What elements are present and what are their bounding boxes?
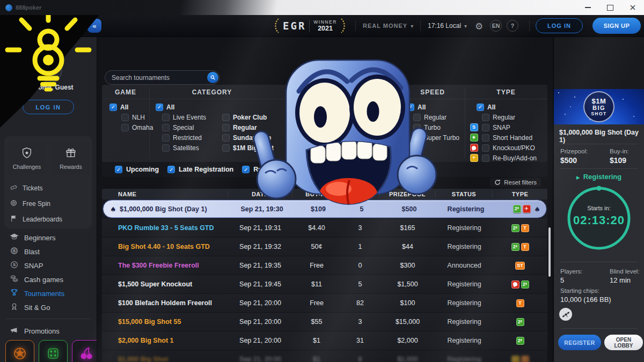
filter-option-regular[interactable]: Regular [222, 122, 274, 132]
filter-option-regular[interactable]: Regular [413, 112, 459, 122]
minimize-button[interactable] [576, 0, 599, 15]
column-header-type[interactable]: TYPE [493, 191, 547, 197]
table-row[interactable]: $100 Blefach Holdem FreerollSep 21, 20:0… [102, 294, 547, 313]
filter-option-all[interactable]: ✓All [109, 102, 153, 112]
sidebar-item-tickets[interactable]: Tickets [10, 180, 62, 196]
filter-option-live-events[interactable]: Live Events [162, 112, 206, 122]
checkbox[interactable]: ✓ [167, 166, 175, 173]
filter-option-turbo[interactable]: Turbo [413, 122, 459, 132]
local-time-select[interactable]: 17:16 Local [428, 22, 467, 29]
maximize-button[interactable] [599, 0, 621, 15]
filter-option-snap[interactable]: SSNAP [469, 122, 537, 132]
filter-option-all[interactable]: ✓All [407, 102, 459, 112]
promo-tile-cherries[interactable] [72, 340, 97, 362]
sidebar-item-sit-go[interactable]: Sit & Go [10, 300, 90, 314]
checkbox[interactable] [121, 124, 129, 131]
filter-option-satellites[interactable]: Satellites [162, 143, 206, 153]
language-button[interactable]: EN [490, 20, 502, 32]
checkbox[interactable]: ✓ [242, 166, 250, 173]
checkbox[interactable] [222, 114, 230, 121]
sidebar-item-free-spin[interactable]: Free Spin [10, 196, 62, 211]
filter-option-sunday-sale[interactable]: Sunday Sale [222, 132, 274, 143]
checkbox[interactable]: ✓ [156, 104, 163, 111]
promo-tile-ball[interactable] [5, 340, 34, 362]
checkbox[interactable] [162, 134, 170, 142]
settings-gear-icon[interactable]: ⚙ [475, 21, 483, 32]
collapse-sidebar-button[interactable]: « [87, 19, 101, 33]
checkbox[interactable] [482, 154, 489, 162]
filter-option-special[interactable]: Special [162, 122, 206, 132]
sidebar-item-promotions[interactable]: Promotions [10, 324, 60, 338]
checkbox[interactable] [162, 124, 170, 131]
checkbox[interactable]: ✓ [407, 104, 414, 111]
checkbox[interactable] [162, 114, 170, 121]
sidebar-login-button[interactable]: LOG IN [23, 100, 74, 114]
checkbox[interactable] [162, 144, 170, 152]
filter-option-all[interactable]: ✓All [477, 102, 537, 112]
column-header-players[interactable]: PLAYERS [341, 191, 379, 197]
checkbox[interactable] [482, 144, 489, 152]
filter-option-omaha[interactable]: Omaha [121, 122, 153, 132]
filter-option-1m-big-shot[interactable]: $1M Big Shot [222, 143, 274, 153]
status-filter-upcoming[interactable]: ✓Upcoming [115, 166, 159, 173]
status-filter-late-registration[interactable]: ✓Late Registration [167, 166, 233, 173]
checkbox[interactable] [482, 124, 489, 131]
checkbox[interactable] [222, 144, 230, 152]
checkbox[interactable] [222, 134, 230, 142]
sidebar-item-snap[interactable]: SSNAP [10, 258, 90, 272]
checkbox[interactable] [413, 114, 421, 121]
column-header-prizepool[interactable]: PRIZEPOOL [379, 191, 436, 197]
filter-option-short-handed[interactable]: ∗Short Handed [469, 132, 537, 143]
column-header-status[interactable]: STATUS [436, 191, 493, 197]
close-button[interactable]: × [621, 0, 644, 15]
help-button[interactable]: ? [507, 20, 518, 32]
checkbox[interactable] [413, 134, 421, 142]
login-button[interactable]: LOG IN [536, 18, 583, 33]
table-row[interactable]: $1,000 Big ShotSep 21, 20:00$18$1,000Reg… [102, 350, 547, 362]
reset-filters-button[interactable]: Reset filters [490, 178, 541, 187]
checkbox[interactable] [222, 124, 230, 131]
checkbox[interactable] [482, 114, 489, 121]
divider [102, 99, 547, 99]
promo-tile-dice[interactable] [39, 340, 68, 362]
register-button[interactable]: REGISTER [558, 335, 601, 350]
sidebar-tile-challenges[interactable]: Challenges [8, 142, 46, 175]
checkbox[interactable]: ✓ [477, 104, 484, 111]
checkbox[interactable] [482, 134, 489, 142]
table-row[interactable]: ♠♠$1,000,000 Big Shot (Day 1)Sep 21, 19:… [103, 200, 546, 218]
checkbox[interactable] [121, 114, 129, 121]
open-lobby-button[interactable]: OPEN LOBBY [604, 335, 643, 350]
signup-button[interactable]: SIGN UP [592, 18, 641, 34]
search-input[interactable] [105, 74, 207, 82]
sidebar-item-tournaments[interactable]: Tournaments [10, 286, 90, 300]
table-row[interactable]: The $300 Freebie FreerollSep 21, 19:35Fr… [102, 256, 547, 275]
filter-option-regular[interactable]: Regular [469, 112, 537, 122]
filter-option-poker-club[interactable]: Poker Club [222, 112, 274, 122]
table-row[interactable]: Big Shot 4.40 - 10 Seats GTDSep 21, 19:3… [102, 238, 547, 256]
sidebar-tile-rewards[interactable]: Rewards [52, 142, 90, 175]
filter-option-knockout-pko[interactable]: Knockout/PKO [469, 143, 537, 153]
sidebar-item-leaderboards[interactable]: Leaderboards [10, 211, 62, 227]
column-header-date[interactable]: DATE [228, 191, 292, 197]
table-row[interactable]: $2,000 Big Shot 1Sep 21, 20:00$131$2,000… [102, 331, 547, 350]
table-scrollbar[interactable] [548, 227, 551, 277]
checkbox[interactable] [413, 124, 421, 131]
checkbox[interactable]: ✓ [109, 104, 117, 111]
column-header-name[interactable]: NAME [102, 191, 228, 197]
filter-option-nlh[interactable]: NLH [121, 112, 153, 122]
checkbox[interactable]: ✓ [115, 166, 122, 173]
sidebar-item-cash-games[interactable]: Cash games [10, 272, 90, 286]
search-button[interactable] [207, 72, 218, 83]
filter-option-restricted[interactable]: Restricted [162, 132, 206, 143]
filter-option-all[interactable]: ✓All [156, 102, 206, 112]
table-row[interactable]: PKO Rumble 33 - 5 Seats GTDSep 21, 19:31… [102, 219, 547, 238]
column-header-buyin[interactable]: BUY-IN [292, 191, 341, 197]
filter-option-super-turbo[interactable]: Super Turbo [413, 132, 459, 143]
sidebar-item-blast[interactable]: BBlast [10, 245, 90, 258]
table-row[interactable]: $15,000 Big Shot 55Sep 21, 20:00$553$15,… [102, 313, 547, 331]
sidebar-item-beginners[interactable]: Beginners [10, 231, 90, 245]
table-row[interactable]: $1,500 Super KnockoutSep 21, 19:45$115$1… [102, 275, 547, 294]
satellite-button[interactable] [559, 308, 572, 321]
status-filter-running[interactable]: ✓Running [242, 166, 281, 173]
money-mode-select[interactable]: REAL MONEY [363, 23, 414, 29]
